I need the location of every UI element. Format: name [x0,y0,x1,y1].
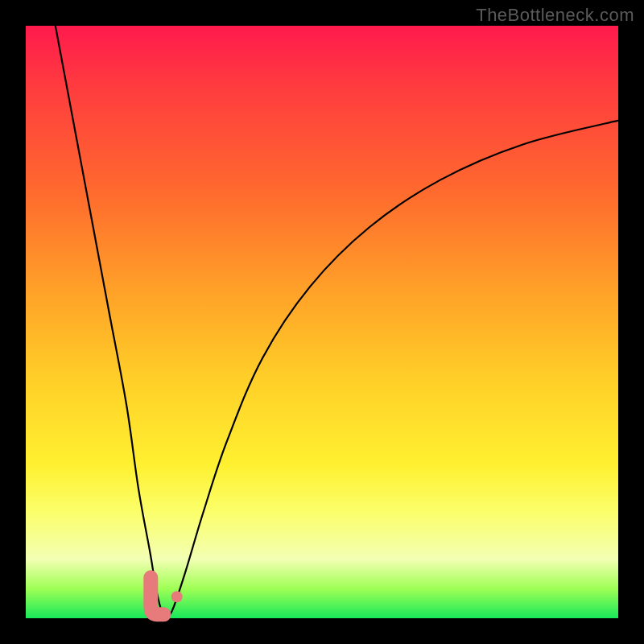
chart-frame: TheBottleneck.com [0,0,644,644]
optimum-marker-dot [171,591,183,602]
watermark-label: TheBottleneck.com [476,5,634,26]
optimum-marker [151,577,163,614]
curve-right-branch [168,121,618,618]
curves-svg [26,26,618,618]
plot-area [26,26,618,618]
curve-left-branch [56,26,168,618]
